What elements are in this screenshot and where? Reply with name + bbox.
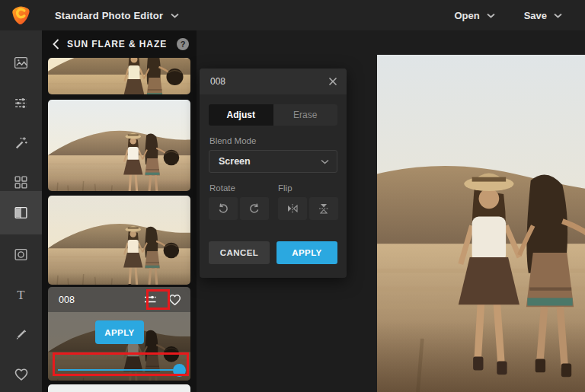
tab-erase[interactable]: Erase: [273, 104, 338, 126]
dialog-title: 008: [210, 76, 225, 87]
sidebar-item-text[interactable]: T: [0, 275, 42, 315]
effect-preview-image: [48, 100, 190, 191]
effect-card-preview: APPLY: [48, 312, 190, 381]
effect-settings-dialog: 008 Adjust Erase Blend Mode Screen Rotat…: [200, 69, 347, 278]
effect-thumbnail[interactable]: [48, 58, 190, 94]
open-button[interactable]: Open: [454, 10, 494, 21]
photo-editor-app: Standard Photo Editor Open Save: [0, 0, 585, 392]
draw-icon: [13, 327, 29, 343]
effect-preview-image: [48, 196, 190, 285]
flip-horizontal-icon: [286, 202, 299, 215]
editor-title: Standard Photo Editor: [55, 10, 163, 21]
sidebar-item-draw[interactable]: [0, 314, 42, 355]
tab-adjust[interactable]: Adjust: [209, 104, 273, 126]
apply-button[interactable]: APPLY: [277, 241, 337, 264]
chevron-left-icon: [53, 39, 59, 49]
open-label: Open: [454, 10, 479, 21]
effect-intensity-slider[interactable]: [58, 363, 181, 377]
chevron-down-icon: [321, 159, 329, 164]
sidebar-item-touchup[interactable]: [0, 123, 42, 163]
favorite-effect-button[interactable]: [166, 292, 183, 308]
help-label: ?: [181, 40, 186, 49]
rotate-label: Rotate: [209, 183, 235, 193]
rotate-ccw-button[interactable]: [209, 197, 238, 220]
sidebar-item-frames[interactable]: [0, 234, 42, 275]
effect-thumbnail[interactable]: [48, 196, 190, 285]
magic-wand-icon: [13, 135, 29, 151]
sliders-icon: [143, 294, 157, 305]
frame-icon: [13, 247, 29, 263]
effect-apply-button[interactable]: APPLY: [95, 320, 144, 344]
slider-handle[interactable]: [173, 364, 186, 377]
effect-thumbnail[interactable]: [48, 384, 190, 392]
sidebar-item-textures[interactable]: [0, 191, 42, 234]
heart-icon: [168, 293, 182, 306]
left-tool-rail: T: [0, 30, 42, 392]
svg-text:T: T: [17, 288, 24, 302]
flip-horizontal-button[interactable]: [278, 197, 307, 220]
sidebar-item-edit[interactable]: [0, 43, 42, 83]
adjustments-icon: [13, 95, 29, 111]
rotate-cw-icon: [248, 202, 261, 215]
cancel-button[interactable]: CANCEL: [209, 241, 270, 264]
top-bar-actions: Open Save: [454, 0, 562, 30]
effect-card-header: 008: [48, 287, 190, 312]
text-icon: T: [13, 287, 29, 303]
heart-icon: [14, 367, 29, 381]
close-icon: [328, 77, 337, 86]
close-button[interactable]: [327, 75, 339, 88]
effect-thumbnail[interactable]: [48, 100, 190, 191]
working-photo[interactable]: [377, 55, 585, 392]
chevron-down-icon: [487, 13, 495, 18]
blend-mode-value: Screen: [219, 156, 251, 167]
flip-label: Flip: [278, 183, 292, 193]
apps-grid-icon: [13, 174, 29, 190]
effect-preview-image: [48, 58, 190, 94]
effect-name: 008: [59, 295, 75, 305]
effects-panel-header: SUN FLARE & HAZE ?: [42, 30, 197, 57]
chevron-down-icon: [554, 13, 562, 18]
sidebar-item-favorites[interactable]: [0, 354, 42, 392]
blend-mode-label: Blend Mode: [209, 136, 256, 145]
category-title: SUN FLARE & HAZE: [67, 30, 167, 57]
flip-vertical-icon: [318, 202, 330, 215]
save-button[interactable]: Save: [524, 10, 562, 21]
dialog-header: 008: [200, 69, 347, 94]
befunky-logo-icon[interactable]: [10, 5, 31, 26]
effect-settings-button[interactable]: [142, 292, 158, 308]
help-icon[interactable]: ?: [177, 38, 189, 50]
slider-track[interactable]: [58, 369, 181, 371]
selected-effect-card: 008: [48, 287, 190, 381]
dialog-tabs: Adjust Erase: [209, 104, 337, 126]
sidebar-item-adjust[interactable]: [0, 83, 42, 123]
blend-mode-select[interactable]: Screen: [209, 150, 337, 173]
rotate-ccw-icon: [217, 202, 229, 215]
flip-vertical-button[interactable]: [309, 197, 338, 220]
textures-icon: [13, 205, 29, 221]
effects-panel: SUN FLARE & HAZE ? 008: [42, 30, 197, 392]
image-icon: [13, 55, 29, 71]
editor-title-menu[interactable]: Standard Photo Editor: [55, 0, 179, 30]
save-label: Save: [524, 10, 547, 21]
rotate-cw-button[interactable]: [240, 197, 269, 220]
back-button[interactable]: [49, 37, 62, 51]
chevron-down-icon: [171, 13, 179, 18]
top-bar: Standard Photo Editor Open Save: [0, 0, 585, 30]
